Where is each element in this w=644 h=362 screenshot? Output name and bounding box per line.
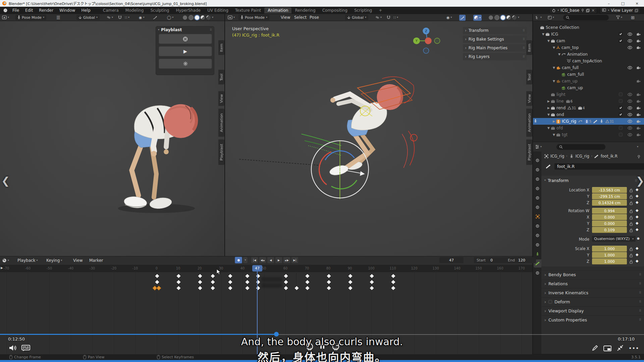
properties-tab-render[interactable] (534, 166, 541, 174)
lock-icon[interactable] (630, 187, 633, 194)
panel-drag-icon[interactable]: ⠿ (210, 28, 212, 32)
hide-eye-icon[interactable] (628, 66, 632, 70)
disable-render-icon[interactable] (636, 66, 641, 70)
playback-menu[interactable]: Playback▾ (17, 258, 38, 263)
keyframe[interactable] (227, 280, 233, 285)
player-seekbar-remaining[interactable] (276, 334, 644, 335)
rotation-mode-dropdown[interactable]: Quaternion (WXYZ)▾ (592, 236, 636, 242)
keyframe[interactable] (391, 280, 396, 285)
keyframe-selected[interactable] (156, 286, 162, 291)
hide-eye-icon[interactable] (628, 126, 632, 131)
keying-menu[interactable]: Keying▾ (46, 258, 62, 263)
shading-solid-button[interactable] (501, 15, 505, 20)
disable-render-icon[interactable] (636, 119, 641, 124)
expander-icon[interactable]: ▼ (552, 66, 556, 69)
hide-eye-icon[interactable] (628, 106, 632, 111)
bone-name-input[interactable]: foot_ik.R (554, 163, 644, 170)
jump-to-end-button[interactable]: ▶| (291, 257, 299, 263)
playblast-settings-button[interactable] (159, 59, 212, 69)
shading-rendered-button[interactable] (512, 15, 517, 20)
magnet-snap-toggle[interactable] (118, 15, 122, 20)
pivot-point-button[interactable]: ◉▾ (139, 15, 145, 20)
topbar-menu-render[interactable]: Render (36, 8, 56, 13)
auto-keying-toggle[interactable] (235, 257, 242, 263)
keyframe[interactable] (256, 280, 261, 285)
transform-0-field[interactable]: -13.563 cm (592, 187, 627, 193)
panel-drag-icon[interactable]: ⠿ (523, 38, 525, 41)
transform-1-field[interactable]: -299.15 cm (592, 193, 627, 199)
keyframe[interactable] (227, 274, 233, 279)
scale-1-field[interactable]: 1.000 (592, 252, 627, 258)
hide-eye-icon[interactable] (628, 133, 632, 137)
visibility-checkbox[interactable] (619, 113, 623, 117)
outliner-row-cam[interactable]: ▼cam (533, 38, 644, 44)
sidebar-tab-view[interactable]: View (526, 91, 532, 106)
lock-icon[interactable] (630, 246, 633, 252)
keyframe[interactable] (256, 286, 261, 291)
magnet-snap-toggle[interactable] (387, 15, 390, 20)
panel-custom-properties[interactable]: ›Custom Properties⠿ (541, 315, 644, 324)
mode-dropdown[interactable]: Pose Mode▾ (238, 15, 269, 20)
editor-type-button[interactable]: ▾ (2, 258, 9, 263)
keyframe[interactable] (326, 274, 332, 279)
keyframe[interactable] (176, 274, 181, 279)
panel-drag-icon[interactable]: ⠿ (639, 318, 641, 321)
keyframe[interactable] (227, 286, 233, 291)
keyframe[interactable] (283, 286, 289, 291)
lock-icon[interactable] (630, 259, 633, 265)
keyframe[interactable] (283, 274, 289, 279)
keyframe[interactable] (369, 286, 375, 291)
npanel-row-transform[interactable]: ›Transform⠿ (463, 27, 527, 34)
transform-5-field[interactable]: 0.000 (592, 221, 627, 227)
keyframe[interactable] (294, 286, 300, 291)
workspace-tab-hypershade[interactable]: HyperShade (173, 7, 204, 13)
panel-drag-icon[interactable]: ⠿ (639, 300, 641, 303)
keyframe[interactable] (245, 280, 250, 285)
hide-eye-icon[interactable] (628, 39, 632, 44)
expander-icon[interactable]: ▼ (552, 79, 556, 83)
sidebar-tab-animation[interactable]: Animation (526, 109, 532, 137)
keyframe[interactable] (256, 274, 261, 279)
pivot-point-button[interactable]: ◉▾ (446, 15, 452, 20)
outliner-row-cam-up[interactable]: cam_up (533, 84, 644, 91)
proportional-edit-button[interactable]: ∷▾ (393, 15, 398, 20)
blender-app-icon[interactable] (3, 8, 8, 13)
keyframe-diamond-icon[interactable]: ◆ (636, 246, 638, 250)
properties-tab-scene[interactable] (534, 194, 541, 202)
outliner-row-cam-top[interactable]: ▼cam_top (533, 44, 644, 51)
editor-type-button[interactable]: ▾ (2, 15, 9, 20)
pose-menu[interactable]: Pose (310, 15, 319, 20)
gizmo-toggle[interactable] (153, 15, 157, 20)
breadcrumb-object[interactable]: ICG_rig (550, 154, 564, 159)
outliner-row-scene-collection[interactable]: Scene Collection (533, 24, 644, 31)
keyframe[interactable] (210, 274, 216, 279)
keyframe-diamond-icon[interactable]: ◆ (636, 259, 638, 263)
topbar-menu-window[interactable]: Window (56, 8, 78, 13)
animate-property-dot[interactable]: ● (637, 237, 640, 240)
player-next-chevron[interactable]: ❯ (636, 175, 644, 187)
editor-type-button[interactable]: ▾ (535, 15, 542, 20)
channel-expand-icon[interactable]: ▶ (1, 266, 3, 269)
keyframe[interactable] (198, 286, 203, 291)
hide-eye-icon[interactable] (628, 113, 632, 117)
properties-tab-constraint[interactable] (534, 241, 541, 249)
filter-button[interactable]: ▾ (616, 15, 622, 20)
properties-tab-tool[interactable] (534, 156, 541, 164)
topbar-menu-edit[interactable]: Edit (22, 8, 36, 13)
lock-icon[interactable] (630, 221, 633, 227)
disable-render-icon[interactable] (636, 79, 641, 84)
shading-material-button[interactable] (506, 15, 511, 20)
workspace-tab-camera[interactable]: Camera (100, 7, 122, 13)
disable-render-icon[interactable] (636, 93, 641, 97)
expander-icon[interactable]: ▼ (552, 133, 556, 136)
npanel-row-rig-main-properties[interactable]: ›Rig Main Properties⠿ (463, 44, 527, 52)
disable-render-icon[interactable] (636, 99, 641, 104)
keyframe[interactable] (176, 286, 181, 291)
outliner-row-animation[interactable]: ▼Animation (533, 51, 644, 58)
keyframe[interactable] (245, 274, 250, 279)
keyframe[interactable] (391, 274, 396, 279)
keyframe[interactable] (155, 274, 160, 279)
keyframe-diamond-icon[interactable]: ◆ (636, 227, 638, 232)
timeline-ruler[interactable]: -70-60-50-40-30-20-100102030405060708090… (0, 265, 532, 272)
hide-eye-icon[interactable] (628, 32, 632, 37)
